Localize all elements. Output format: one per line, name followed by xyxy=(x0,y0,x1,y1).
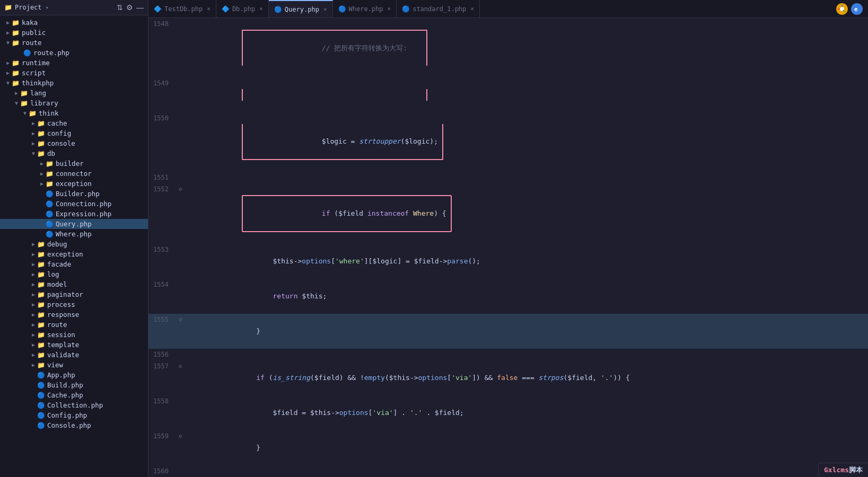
code-content-1551 xyxy=(186,172,868,183)
gutter-1554 xyxy=(175,279,186,314)
code-line-1555: 1555 ◇ } xyxy=(148,314,868,349)
sidebar-item-console-php[interactable]: 🔵 Console.php xyxy=(0,420,148,430)
sidebar-item-model[interactable]: ▶ 📁 model xyxy=(0,279,148,289)
code-line-1548: 1548 // 把所有字符转换为大写: xyxy=(148,18,868,77)
sidebar-item-route2[interactable]: ▶ 📁 route xyxy=(0,320,148,330)
sidebar-item-script[interactable]: ▶ 📁 script xyxy=(0,68,148,78)
close-sidebar-button[interactable]: — xyxy=(136,3,144,12)
code-line-1549: 1549 xyxy=(148,77,868,112)
sidebar-item-builder[interactable]: ▶ 📁 builder xyxy=(0,158,148,169)
sidebar-item-log[interactable]: ▶ 📁 log xyxy=(0,269,148,279)
gutter-1548 xyxy=(175,18,186,77)
sidebar-item-cache[interactable]: ▶ 📁 cache xyxy=(0,118,148,128)
sidebar-item-cache-php[interactable]: 🔵 Cache.php xyxy=(0,390,148,400)
line-number-1549: 1549 xyxy=(148,77,175,112)
code-line-1554: 1554 return $this; xyxy=(148,279,868,314)
code-content-1560 xyxy=(186,465,868,477)
sidebar-header: 📁 Project ▾ ⇅ ⚙ — xyxy=(0,0,148,15)
tab-testdb[interactable]: 🔷 TestDb.php × xyxy=(148,0,216,17)
sidebar-item-runtime[interactable]: ▶ 📁 runtime xyxy=(0,58,148,68)
tab-label-db: Db.php xyxy=(232,5,255,13)
tab-standard[interactable]: 🔵 standard_1.php × xyxy=(397,0,480,17)
line-number-1554: 1554 xyxy=(148,279,175,314)
sidebar-item-library[interactable]: ▼ 📁 library xyxy=(0,98,148,108)
code-content-1557: if (is_string($field) && !empty($this->o… xyxy=(186,360,868,395)
sidebar-item-config-php[interactable]: 🔵 Config.php xyxy=(0,410,148,420)
sidebar-item-build-php[interactable]: 🔵 Build.php xyxy=(0,380,148,390)
sidebar-item-response[interactable]: ▶ 📁 response xyxy=(0,310,148,320)
chrome-icon xyxy=(836,3,848,15)
sidebar-item-think[interactable]: ▼ 📁 think xyxy=(0,108,148,118)
line-number-1553: 1553 xyxy=(148,244,175,279)
sidebar-item-validate[interactable]: ▶ 📁 validate xyxy=(0,350,148,360)
tab-label-standard: standard_1.php xyxy=(413,5,466,13)
sidebar-item-paginator[interactable]: ▶ 📁 paginator xyxy=(0,289,148,299)
tab-label-testdb: TestDb.php xyxy=(164,5,203,13)
sidebar-item-config[interactable]: ▶ 📁 config xyxy=(0,128,148,138)
sidebar-title: 📁 Project ▾ xyxy=(4,4,49,11)
line-number-1555: 1555 xyxy=(148,314,175,349)
code-content-1552: if ($field instanceof Where) { xyxy=(186,183,868,244)
sidebar-item-thinkphp[interactable]: ▼ 📁 thinkphp xyxy=(0,78,148,88)
sidebar-item-public[interactable]: ▶ 📁 public xyxy=(0,28,148,38)
sidebar-item-facade[interactable]: ▶ 📁 facade xyxy=(0,259,148,269)
folder-icon: 📁 xyxy=(4,4,12,11)
code-content-1554: return $this; xyxy=(186,279,868,314)
code-content-1559: } xyxy=(186,430,868,465)
sidebar-item-builder-php[interactable]: 🔵 Builder.php xyxy=(0,189,148,199)
sidebar-item-view[interactable]: ▶ 📁 view xyxy=(0,360,148,370)
tab-close-db[interactable]: × xyxy=(259,5,263,12)
sidebar-item-kaka[interactable]: ▶ 📁 kaka xyxy=(0,17,148,28)
tab-close-standard[interactable]: × xyxy=(470,5,474,12)
sidebar-item-console[interactable]: ▶ 📁 console xyxy=(0,138,148,148)
sidebar-item-where-php[interactable]: 🔵 Where.php xyxy=(0,229,148,239)
sidebar-item-exception2[interactable]: ▶ 📁 exception xyxy=(0,249,148,259)
tab-query[interactable]: 🔵 Query.php × xyxy=(269,0,333,17)
sidebar-item-template[interactable]: ▶ 📁 template xyxy=(0,340,148,350)
tab-db[interactable]: 🔷 Db.php × xyxy=(216,0,269,17)
dropdown-arrow[interactable]: ▾ xyxy=(46,4,49,11)
code-line-1557: 1557 ◇ if (is_string($field) && !empty($… xyxy=(148,360,868,395)
settings-button[interactable]: ⚙ xyxy=(126,3,133,12)
gutter-1551 xyxy=(175,172,186,183)
code-line-1556: 1556 xyxy=(148,349,868,360)
tab-close-testdb[interactable]: × xyxy=(207,5,211,12)
code-content-1550: $logic = strtoupper($logic); xyxy=(186,112,868,172)
code-content-1558: $field = $this->options['via'] . '.' . $… xyxy=(186,395,868,430)
sidebar-item-app-php[interactable]: 🔵 App.php xyxy=(0,370,148,380)
sidebar-item-connection-php[interactable]: 🔵 Connection.php xyxy=(0,199,148,209)
tab-close-query[interactable]: × xyxy=(323,6,327,13)
collapse-all-button[interactable]: ⇅ xyxy=(117,3,123,12)
tab-where[interactable]: 🔵 Where.php × xyxy=(333,0,397,17)
gutter-1557: ◇ xyxy=(175,360,186,395)
sidebar-item-process[interactable]: ▶ 📁 process xyxy=(0,299,148,310)
sidebar-item-session[interactable]: ▶ 📁 session xyxy=(0,330,148,340)
code-editor[interactable]: 1548 // 把所有字符转换为大写: 1549 xyxy=(148,18,868,477)
sidebar-item-debug[interactable]: ▶ 📁 debug xyxy=(0,239,148,249)
sidebar-item-expression-php[interactable]: 🔵 Expression.php xyxy=(0,209,148,219)
tab-close-where[interactable]: × xyxy=(388,5,391,12)
code-line-1559: 1559 ◇ } xyxy=(148,430,868,465)
gutter-1550 xyxy=(175,112,186,172)
sidebar-item-lang[interactable]: ▶ 📁 lang xyxy=(0,88,148,98)
sidebar-item-exception[interactable]: ▶ 📁 exception xyxy=(0,179,148,189)
gutter-1552: ◇ xyxy=(175,183,186,244)
sidebar-item-collection-php[interactable]: 🔵 Collection.php xyxy=(0,400,148,410)
gutter-1549 xyxy=(175,77,186,112)
code-line-1550: 1550 $logic = strtoupper($logic); xyxy=(148,112,868,172)
tab-bar: 🔷 TestDb.php × 🔷 Db.php × 🔵 Query.php × … xyxy=(148,0,868,18)
code-content-1553: $this->options['where'][$logic] = $field… xyxy=(186,244,868,279)
sidebar-item-route-php[interactable]: 🔵 route.php xyxy=(0,48,148,58)
sidebar-item-query-php[interactable]: 🔵 Query.php xyxy=(0,219,148,229)
code-line-1551: 1551 xyxy=(148,172,868,183)
file-tree: ▶ 📁 kaka ▶ 📁 public ▼ 📁 route 🔵 route.ph… xyxy=(0,15,148,477)
sidebar: 📁 Project ▾ ⇅ ⚙ — ▶ 📁 kaka ▶ 📁 public ▼ … xyxy=(0,0,148,477)
edge-icon: e xyxy=(851,3,863,15)
sidebar-item-connector[interactable]: ▶ 📁 connector xyxy=(0,169,148,179)
main-area: 🔷 TestDb.php × 🔷 Db.php × 🔵 Query.php × … xyxy=(148,0,868,477)
line-number-1556: 1556 xyxy=(148,349,175,360)
line-number-1552: 1552 xyxy=(148,183,175,244)
tab-icon-testdb: 🔷 xyxy=(154,5,162,13)
sidebar-item-db[interactable]: ▼ 📁 db xyxy=(0,148,148,158)
sidebar-item-route[interactable]: ▼ 📁 route xyxy=(0,38,148,48)
